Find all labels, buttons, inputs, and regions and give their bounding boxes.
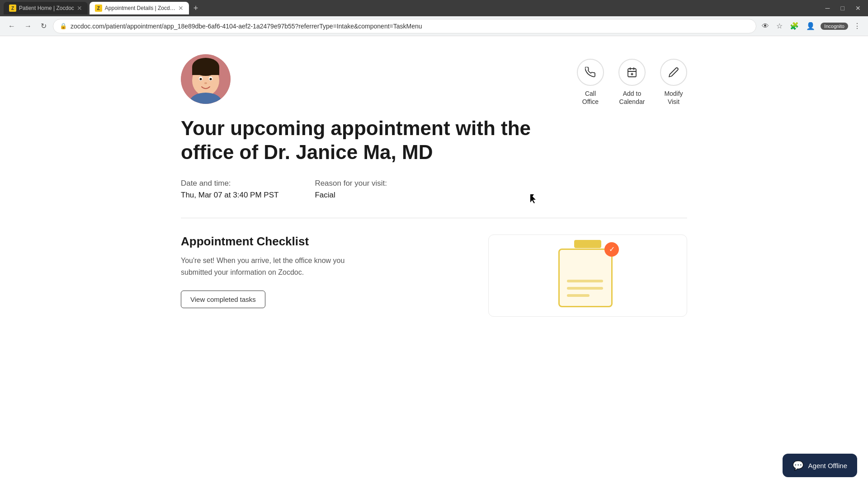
call-office-label: CallOffice bbox=[582, 89, 599, 106]
zocdoc-favicon-1: Z bbox=[9, 5, 16, 12]
chat-widget[interactable]: 💬 Agent Offline bbox=[783, 454, 857, 477]
checklist-title: Appointment Checklist bbox=[181, 235, 470, 249]
checklist-left: Appointment Checklist You're set! When y… bbox=[181, 235, 470, 308]
address-bar[interactable]: 🔒 zocdoc.com/patient/appointment/app_18e… bbox=[53, 19, 756, 33]
tab-patient-home[interactable]: Z Patient Home | Zocdoc ✕ bbox=[4, 2, 88, 14]
clipboard-line-3 bbox=[567, 294, 590, 297]
section-divider bbox=[181, 218, 687, 218]
toolbar-icons: 👁 ☆ 🧩 👤 Incognito ⋮ bbox=[760, 20, 863, 32]
action-buttons: CallOffice Add toCalendar bbox=[577, 59, 687, 106]
menu-icon[interactable]: ⋮ bbox=[852, 20, 863, 32]
extension-icon[interactable]: 🧩 bbox=[788, 20, 801, 32]
zocdoc-favicon-2: Z bbox=[95, 5, 102, 12]
clipboard-body bbox=[558, 249, 613, 307]
appointment-details: Date and time: Thu, Mar 07 at 3:40 PM PS… bbox=[181, 179, 687, 200]
date-detail-group: Date and time: Thu, Mar 07 at 3:40 PM PS… bbox=[181, 179, 278, 200]
close-button[interactable]: ✕ bbox=[852, 4, 864, 13]
modify-visit-label: ModifyVisit bbox=[664, 89, 683, 106]
clipboard-line-1 bbox=[567, 280, 603, 282]
modify-visit-icon-circle bbox=[660, 59, 687, 86]
forward-button[interactable]: → bbox=[22, 20, 34, 32]
reason-label: Reason for your visit: bbox=[315, 179, 387, 188]
add-calendar-button[interactable]: Add toCalendar bbox=[618, 59, 646, 106]
url-text: zocdoc.com/patient/appointment/app_18e89… bbox=[71, 23, 750, 30]
tab-close-2[interactable]: ✕ bbox=[178, 5, 184, 12]
checkmark-badge: ✓ bbox=[604, 242, 619, 257]
chat-icon: 💬 bbox=[793, 460, 804, 471]
view-completed-tasks-button[interactable]: View completed tasks bbox=[181, 291, 265, 308]
chat-widget-label: Agent Offline bbox=[808, 462, 847, 469]
clipboard-lines bbox=[567, 280, 603, 297]
svg-point-6 bbox=[200, 78, 202, 80]
profile-icon[interactable]: 👤 bbox=[804, 20, 817, 32]
clipboard-clip bbox=[574, 240, 601, 248]
page-content: CallOffice Add toCalendar bbox=[108, 36, 760, 335]
add-calendar-label: Add toCalendar bbox=[619, 89, 645, 106]
svg-point-8 bbox=[204, 82, 207, 84]
clipboard-line-2 bbox=[567, 287, 603, 290]
maximize-button[interactable]: □ bbox=[837, 4, 848, 13]
incognito-badge: Incognito bbox=[821, 23, 848, 30]
modify-visit-button[interactable]: ModifyVisit bbox=[660, 59, 687, 106]
checklist-section: Appointment Checklist You're set! When y… bbox=[181, 235, 687, 317]
date-value: Thu, Mar 07 at 3:40 PM PST bbox=[181, 191, 278, 200]
appointment-header: CallOffice Add toCalendar bbox=[181, 54, 687, 106]
window-controls: ─ □ ✕ bbox=[822, 4, 864, 13]
browser-titlebar: Z Patient Home | Zocdoc ✕ Z Appointment … bbox=[0, 0, 868, 16]
clipboard-illustration: ✓ bbox=[558, 244, 617, 307]
back-button[interactable]: ← bbox=[5, 20, 18, 32]
call-office-button[interactable]: CallOffice bbox=[577, 59, 604, 106]
browser-chrome: Z Patient Home | Zocdoc ✕ Z Appointment … bbox=[0, 0, 868, 36]
svg-point-7 bbox=[210, 78, 212, 80]
appointment-title: Your upcoming appointment with the offic… bbox=[181, 117, 542, 164]
tab-title-2: Appointment Details | Zocdoc bbox=[105, 5, 175, 11]
new-tab-button[interactable]: + bbox=[191, 4, 201, 13]
reason-value: Facial bbox=[315, 191, 387, 200]
lock-icon: 🔒 bbox=[60, 23, 67, 29]
checklist-illustration-container: ✓ bbox=[488, 235, 687, 317]
tab-close-1[interactable]: ✕ bbox=[77, 5, 82, 12]
reason-detail-group: Reason for your visit: Facial bbox=[315, 179, 387, 200]
refresh-button[interactable]: ↻ bbox=[38, 20, 49, 32]
tab-title-1: Patient Home | Zocdoc bbox=[19, 5, 74, 11]
minimize-button[interactable]: ─ bbox=[822, 4, 834, 13]
checklist-description: You're set! When you arrive, let the off… bbox=[181, 255, 371, 278]
add-calendar-icon-circle bbox=[618, 59, 646, 86]
browser-toolbar: ← → ↻ 🔒 zocdoc.com/patient/appointment/a… bbox=[0, 16, 868, 36]
date-label: Date and time: bbox=[181, 179, 278, 188]
bookmark-icon[interactable]: ☆ bbox=[774, 20, 784, 32]
call-office-icon-circle bbox=[577, 59, 604, 86]
eye-off-icon[interactable]: 👁 bbox=[760, 20, 771, 32]
doctor-avatar bbox=[181, 54, 231, 104]
svg-rect-10 bbox=[628, 69, 636, 77]
tab-appointment-details[interactable]: Z Appointment Details | Zocdoc ✕ bbox=[90, 2, 189, 14]
svg-rect-3 bbox=[192, 67, 219, 75]
